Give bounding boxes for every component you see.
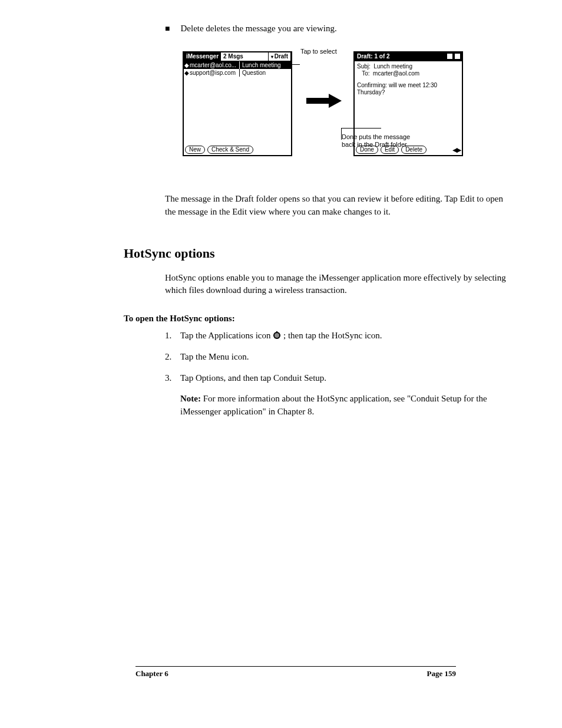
step-number: 2. <box>165 351 180 364</box>
bullet-delete: ■ Delete deletes the message you are vie… <box>165 24 515 34</box>
footer-chapter: Chapter 6 <box>135 669 168 678</box>
svg-point-2 <box>275 333 279 338</box>
draft-title: Draft: 1 of 2 <box>355 52 445 61</box>
draft-body: Subj: Lunch meeting To: mcarter@aol.com … <box>355 61 462 144</box>
list-titlebar: iMessenger 2 Msgs Draft <box>184 52 291 61</box>
row-sender: support@isp.com <box>190 69 239 77</box>
section-intro: HotSync options enable you to manage the… <box>165 272 515 298</box>
list-row-selected[interactable]: ◆ mcarter@aol.co... Lunch meeting <box>184 61 291 69</box>
row-subject: Lunch meeting <box>240 61 281 69</box>
diamond-icon: ◆ <box>184 61 190 69</box>
to-line: To: mcarter@aol.com <box>357 70 459 77</box>
list-body: ◆ mcarter@aol.co... Lunch meeting ◆ supp… <box>184 61 291 144</box>
subj-line: Subj: Lunch meeting <box>357 63 459 70</box>
step-number: 1. <box>165 330 180 342</box>
subsection-heading: To open the HotSync options: <box>124 314 515 324</box>
arrow-icon <box>306 93 344 109</box>
titlebar-icons <box>445 52 462 61</box>
bullet-marker: ■ <box>165 24 170 34</box>
titlebar-folder-dropdown[interactable]: Draft <box>269 52 291 61</box>
new-button[interactable]: New <box>185 146 205 154</box>
page-footer: Chapter 6 Page 159 <box>135 666 456 678</box>
svg-marker-0 <box>306 94 342 108</box>
check-send-button[interactable]: Check & Send <box>207 146 253 154</box>
palm-screens-figure: Tap to select iMessenger 2 Msgs Draft ◆ … <box>135 51 515 169</box>
titlebar-app: iMessenger <box>184 52 221 61</box>
section-heading: HotSync options <box>124 246 515 261</box>
msg-body-line: Confirming: will we meet 12:30 <box>357 82 459 89</box>
list-row[interactable]: ◆ support@isp.com Question <box>184 69 291 77</box>
diamond-icon: ◆ <box>184 69 190 77</box>
palm-list-window: iMessenger 2 Msgs Draft ◆ mcarter@aol.co… <box>183 51 292 156</box>
svg-rect-3 <box>276 331 277 333</box>
bullet-text: Delete deletes the message you are viewi… <box>180 24 336 34</box>
caption-tap-select: Tap to select <box>300 48 337 55</box>
leader-line-2h <box>341 128 381 129</box>
titlebar-icon-2[interactable] <box>454 53 461 60</box>
note-text: For more information about the HotSync a… <box>180 394 487 416</box>
applications-icon <box>273 331 281 339</box>
list-footer: New Check & Send <box>185 146 290 154</box>
step-2: 2. Tap the Menu icon. <box>165 351 515 364</box>
step-3: 3. Tap Options, and then tap Conduit Set… <box>165 372 515 385</box>
note-label: Note: <box>180 394 201 403</box>
titlebar-icon-1[interactable] <box>447 53 453 60</box>
paragraph-after-figure: The message in the Draft folder opens so… <box>165 193 515 219</box>
titlebar-count: 2 Msgs <box>221 52 269 61</box>
step-number: 3. <box>165 372 180 385</box>
caption-done: Done puts the message back in the Draft … <box>342 133 410 149</box>
msg-body-line: Thursday? <box>357 89 459 96</box>
footer-page: Page 159 <box>427 669 456 678</box>
nav-arrows-icon[interactable]: ◀▶ <box>452 146 461 154</box>
step-1: 1. Tap the Applications icon ; then tap … <box>165 330 515 342</box>
row-sender: mcarter@aol.co... <box>190 61 239 69</box>
draft-titlebar: Draft: 1 of 2 <box>355 52 462 61</box>
note: Note: For more information about the Hot… <box>180 393 515 419</box>
row-subject: Question <box>240 69 266 77</box>
